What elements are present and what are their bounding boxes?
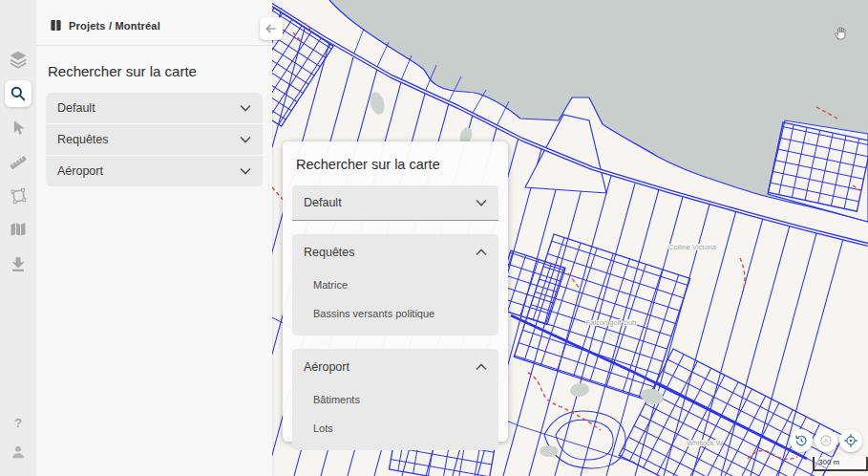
tool-rail: ? <box>0 0 36 476</box>
pond <box>540 445 559 457</box>
chevron-down-icon <box>240 136 251 143</box>
dropdown-label: Requêtes <box>57 133 109 146</box>
svg-text:?: ? <box>14 416 22 430</box>
group-aeroport: Aéroport Bâtiments Lots <box>292 349 498 450</box>
ruler-icon[interactable] <box>7 151 30 174</box>
search-popup: Rechercher sur la carte Default Requêtes… <box>283 141 508 442</box>
collapse-panel-button[interactable] <box>260 17 283 40</box>
group-label: Aéroport <box>304 360 349 374</box>
group-requetes: Requêtes Matrice Bassins versants politi… <box>292 234 498 335</box>
breadcrumb[interactable]: Projets / Montréal <box>36 0 272 45</box>
side-panel: Projets / Montréal Rechercher sur la car… <box>36 0 272 476</box>
popup-title: Rechercher sur la carte <box>283 141 508 184</box>
group-item-matrice[interactable]: Matrice <box>292 270 498 299</box>
compass-a-icon[interactable]: A <box>815 429 837 452</box>
dropdown-label: Default <box>57 101 95 115</box>
group-header-requetes[interactable]: Requêtes <box>292 234 498 270</box>
layers-icon[interactable] <box>7 48 30 71</box>
map-label: Whitlock W <box>687 439 723 447</box>
chevron-up-icon <box>476 249 487 256</box>
user-icon[interactable] <box>7 441 30 464</box>
scale-label: 300 m <box>815 457 866 467</box>
svg-text:A: A <box>824 437 829 444</box>
dropdown-aeroport[interactable]: Aéroport <box>46 156 263 186</box>
dropdown-label: Aéroport <box>57 164 103 178</box>
chevron-up-icon <box>476 363 487 371</box>
history-icon[interactable] <box>790 429 813 452</box>
app-window: Colline Victoria Falcon golf club Whitlo… <box>0 0 868 476</box>
dropdown-label: Default <box>304 196 342 209</box>
project-icon <box>50 19 62 32</box>
scale-bar: 300 m <box>813 457 868 471</box>
group-item-batiments[interactable]: Bâtiments <box>292 385 498 414</box>
download-icon[interactable] <box>7 252 30 275</box>
cursor-icon[interactable] <box>7 117 30 140</box>
search-panel-title: Rechercher sur la carte <box>36 46 272 93</box>
group-item-bassins[interactable]: Bassins versants politique <box>292 299 498 328</box>
help-icon[interactable]: ? <box>7 412 30 435</box>
group-header-aeroport[interactable]: Aéroport <box>292 349 498 385</box>
map-label: Colline Victoria <box>668 243 717 251</box>
group-label: Requêtes <box>304 246 355 259</box>
group-item-lots[interactable]: Lots <box>292 414 498 443</box>
wedge-parcel <box>525 115 606 193</box>
query-dropdown-list: Default Requêtes Aéroport <box>46 93 263 186</box>
map-icon[interactable] <box>7 218 30 241</box>
dropdown-requetes[interactable]: Requêtes <box>46 124 263 156</box>
map-controls: A <box>790 429 862 452</box>
search-icon[interactable] <box>5 80 32 107</box>
target-icon[interactable] <box>839 429 862 452</box>
dropdown-default[interactable]: Default <box>46 93 263 124</box>
breadcrumb-label: Projets / Montréal <box>69 20 160 32</box>
map-label: Falcon golf club <box>586 318 637 327</box>
chevron-down-icon <box>240 104 251 112</box>
pond <box>569 381 590 398</box>
polygon-select-icon[interactable] <box>7 184 30 207</box>
chevron-down-icon <box>240 167 251 175</box>
arrow-left-icon <box>264 21 279 36</box>
chevron-down-icon <box>476 199 487 206</box>
popup-dropdown-default[interactable]: Default <box>292 185 498 221</box>
